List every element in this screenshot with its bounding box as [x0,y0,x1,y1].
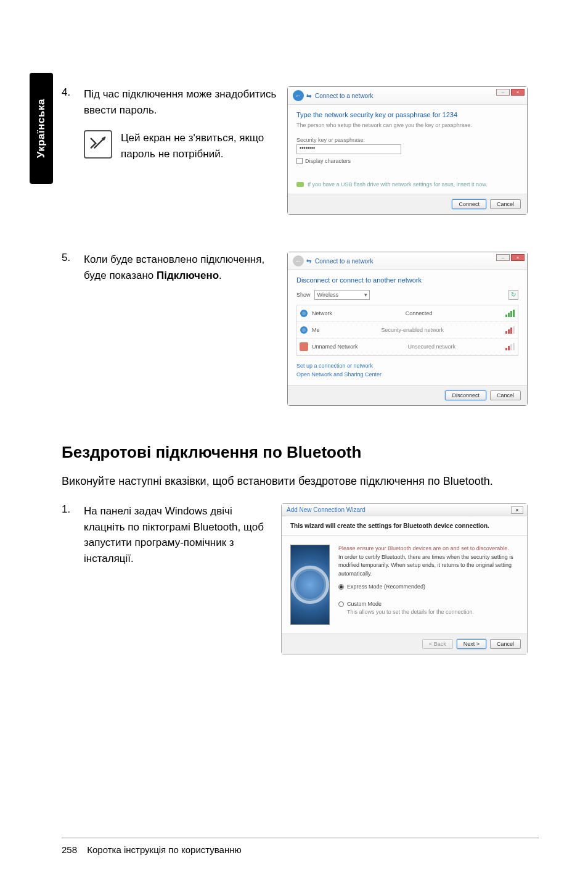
custom-mode-desc: This allows you to set the details for t… [347,608,474,617]
step-4: 4. Під час підключення може знадобитись … [62,86,539,215]
close-button[interactable]: × [511,506,523,514]
dialog-title: Connect to a network [315,258,374,265]
bluetooth-wizard: × Add New Connection Wizard This wizard … [281,503,528,654]
step-number: 5. [62,252,84,264]
note-text: Цей екран не з'явиться, якщо пароль не п… [121,130,281,162]
bluetooth-heading: Бездротові підключення по Bluetooth [62,443,539,462]
step-text-column: Коли буде встановлено підключення, буде … [84,252,281,283]
wizard-footer: < Back Next > Cancel [282,633,527,654]
wizard-title: Add New Connection Wizard [282,504,527,516]
passphrase-label: Security key or passphrase: [296,137,518,143]
cancel-button[interactable]: Cancel [490,390,521,400]
display-characters-label: Display characters [305,158,351,164]
network-name: Unnamed Network [312,344,358,350]
dialog-footer: Disconnect Cancel [288,385,527,405]
back-button[interactable]: < Back [422,639,453,649]
step-text-column: Під час підключення може знадобитись вве… [84,86,281,162]
shield-icon [300,342,308,351]
dialog-body: Disconnect or connect to another network… [288,270,527,385]
bluetooth-paragraph: Виконуйте наступні вказівки, щоб встанов… [62,473,539,490]
dialog-subtext: The person who setup the network can giv… [296,122,518,128]
signal-bars-icon [505,326,515,334]
show-label: Show [296,292,311,298]
display-characters-checkbox[interactable] [296,158,303,164]
step-1-text: На панелі задач Windows двічі клацніть п… [84,505,264,564]
dialog-heading: Disconnect or connect to another network [296,276,518,284]
step-4-text: Під час підключення може знадобитись вве… [84,86,281,118]
minimize-button[interactable]: – [496,254,510,261]
disconnect-button[interactable]: Disconnect [445,390,486,400]
network-row-unsecured[interactable]: Unnamed Network Unsecured network [297,339,518,355]
step-number: 1. [62,503,84,516]
cancel-button[interactable]: Cancel [490,639,521,649]
back-arrow-icon[interactable]: ← [293,255,304,266]
close-button[interactable]: × [511,254,525,261]
passphrase-input[interactable]: •••••••• [296,144,401,154]
wizard-description: In order to certify Bluetooth, there are… [338,553,518,579]
next-button[interactable]: Next > [457,639,486,649]
show-dropdown[interactable]: Wireless [314,290,370,300]
step-5: 5. Коли буде встановлено підключення, бу… [62,252,539,406]
refresh-button[interactable]: ↻ [508,290,518,300]
screenshot-step4: – × ← ⇆ Connect to a network Type the ne… [287,86,528,215]
network-row-connected[interactable]: Network Connected [297,305,518,322]
window-controls: – × [496,89,525,96]
cancel-button[interactable]: Cancel [490,199,521,209]
language-side-tab: Українська [30,73,53,184]
note-icon [84,130,112,159]
dialog-titlebar: ← ⇆ Connect to a network [288,87,527,105]
custom-mode-label: Custom Mode [347,600,474,609]
step-number: 4. [62,86,84,99]
express-mode-label: Express Mode (Recommended) [347,583,425,592]
network-list: Network Connected Me Security-enabled ne… [296,305,518,356]
network-status: Security-enabled network [381,327,444,333]
page-content: 4. Під час підключення може знадобитись … [62,86,539,691]
connect-dialog: – × ← ⇆ Connect to a network Type the ne… [287,86,528,215]
step-5-text-post: . [219,270,222,281]
dialog-heading: Type the network security key or passphr… [296,111,518,118]
bluetooth-graphic-icon [291,566,329,604]
step-text-column: На панелі задач Windows двічі клацніть п… [84,503,275,566]
usb-icon [296,182,304,187]
signal-bars-icon [505,343,515,350]
step-1-bluetooth: 1. На панелі задач Windows двічі клацніт… [62,503,539,654]
wizard-warning: Please ensure your Bluetooth devices are… [338,545,518,553]
custom-mode-radio[interactable] [338,601,344,607]
signal-icon [300,309,308,318]
language-label: Українська [35,99,47,158]
signal-bars-icon [505,310,515,317]
window-controls: – × [496,254,525,261]
back-arrow-icon[interactable]: ← [293,90,304,101]
display-characters-row: Display characters [296,158,518,164]
footer-title: Коротка інструкція по користуванню [87,844,242,855]
wizard-banner: This wizard will create the settings for… [282,516,527,536]
express-mode-row[interactable]: Express Mode (Recommended) [338,583,518,592]
network-name: Network [312,310,332,316]
step-5-text-bold: Підключено [157,270,219,281]
page-footer: 258 Коротка інструкція по користуванню [62,838,539,855]
network-status: Connected [406,310,433,316]
wizard-right-panel: Please ensure your Bluetooth devices are… [338,545,518,625]
dialog-body: Type the network security key or passphr… [288,105,527,194]
signal-icon [300,326,308,334]
link-open-sharing-center[interactable]: Open Network and Sharing Center [296,371,518,379]
network-row-secured[interactable]: Me Security-enabled network [297,322,518,339]
dialog-title: Connect to a network [315,93,374,99]
dialog-footer: Connect Cancel [288,194,527,214]
minimize-button[interactable]: – [496,89,510,96]
usb-hint-row: If you have a USB flash drive with netwo… [296,181,518,188]
link-setup-connection[interactable]: Set up a connection or network [296,362,518,371]
network-icon: ⇆ [306,258,311,265]
dialog-links: Set up a connection or network Open Netw… [296,362,518,379]
wizard-image [290,545,330,625]
screenshot-step5: – × ← ⇆ Connect to a network Disconnect … [287,252,528,406]
close-button[interactable]: × [511,89,525,96]
network-name: Me [312,327,320,333]
custom-mode-row[interactable]: Custom Mode This allows you to set the d… [338,600,518,617]
wizard-body: Please ensure your Bluetooth devices are… [282,536,527,633]
network-list-dialog: – × ← ⇆ Connect to a network Disconnect … [287,252,528,406]
connect-button[interactable]: Connect [452,199,486,209]
express-mode-radio[interactable] [338,584,344,590]
screenshot-wizard: × Add New Connection Wizard This wizard … [281,503,528,654]
usb-hint-text: If you have a USB flash drive with netwo… [308,181,488,188]
